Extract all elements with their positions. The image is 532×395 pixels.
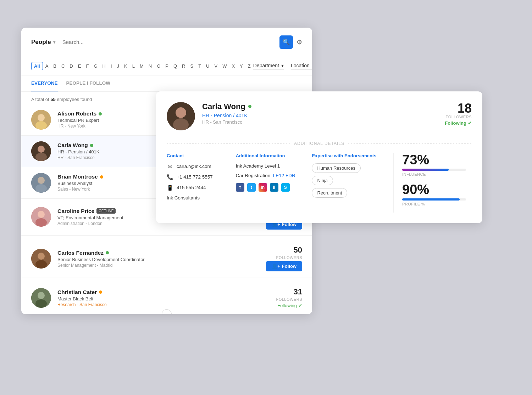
detail-followers-block: 18 FOLLOWERS Following ✔ xyxy=(445,102,472,126)
svg-point-5 xyxy=(35,153,47,161)
influence-bar xyxy=(402,169,466,171)
person-info-christian: Christian Cater Master Black Belt Resear… xyxy=(57,289,276,307)
additional-info-col: Additional Information Ink Academy Level… xyxy=(236,153,305,213)
instagram-icon[interactable]: in xyxy=(259,183,267,192)
search-input-wrap xyxy=(62,39,272,45)
alpha-btn-r[interactable]: R xyxy=(179,62,188,70)
people-dropdown[interactable]: People ▾ xyxy=(31,39,55,46)
alpha-btn-f[interactable]: F xyxy=(83,62,91,70)
email-icon: ✉ xyxy=(167,163,173,170)
department-label: Department xyxy=(253,63,279,68)
alpha-btn-x[interactable]: X xyxy=(229,62,237,70)
alphabet-filter-row: All A B C D E F G H I J K L M N O P Q R … xyxy=(21,57,312,75)
stats-col: 73% INFLUENCE 90% PROFILE % xyxy=(394,153,472,213)
location-filter[interactable]: Location ▾ xyxy=(291,63,312,69)
detail-following: Following ✔ xyxy=(445,120,472,126)
contact-phone: 📞 +1 415 772 5557 xyxy=(167,174,229,180)
tag-recruitment[interactable]: Recruitment xyxy=(312,188,347,198)
follow-button-carlos[interactable]: 👤+ Follow xyxy=(266,261,302,271)
detail-body: Contact ✉ carla.r@ink.com 📞 +1 415 772 5… xyxy=(167,153,472,213)
svg-point-19 xyxy=(176,107,186,118)
contact-col: Contact ✉ carla.r@ink.com 📞 +1 415 772 5… xyxy=(167,153,236,213)
svg-point-13 xyxy=(38,253,45,260)
avatar-brian xyxy=(31,173,51,193)
contact-company: Ink Consultants xyxy=(167,195,229,201)
profile-bar-fill xyxy=(402,198,460,201)
status-dot-green xyxy=(99,112,102,115)
alpha-btn-a[interactable]: A xyxy=(43,62,51,70)
following-text-christian: Following ✔ xyxy=(277,303,302,308)
alpha-btn-g[interactable]: G xyxy=(91,62,100,70)
search-bar-row: People ▾ 🔍 ⚙ xyxy=(21,28,312,57)
skype-icon[interactable]: S xyxy=(281,183,290,192)
alpha-btn-s[interactable]: S xyxy=(188,62,196,70)
svg-point-8 xyxy=(35,184,47,193)
info-academy: Ink Academy Level 1 xyxy=(236,163,298,169)
alpha-btn-q[interactable]: Q xyxy=(171,62,179,70)
alpha-btn-p[interactable]: P xyxy=(163,62,171,70)
svg-point-7 xyxy=(38,177,45,184)
tag-ninja[interactable]: Ninja xyxy=(312,176,333,185)
alpha-btn-l[interactable]: L xyxy=(130,62,137,70)
alpha-btn-z[interactable]: Z xyxy=(245,62,253,70)
status-dot-orange xyxy=(99,290,102,294)
contact-email: ✉ carla.r@ink.com xyxy=(167,163,229,170)
alpha-btn-v[interactable]: V xyxy=(212,62,220,70)
avatar-caroline xyxy=(31,207,51,227)
status-dot-green xyxy=(90,144,93,147)
offline-badge: OFFLINE xyxy=(96,208,116,214)
tab-everyone[interactable]: EVERYONE xyxy=(31,75,58,91)
alpha-btn-all[interactable]: All xyxy=(31,62,43,70)
facebook-icon[interactable]: f xyxy=(236,183,244,192)
filter-button[interactable]: ⚙ xyxy=(297,38,302,46)
alpha-btn-c[interactable]: C xyxy=(59,62,67,70)
detail-avatar xyxy=(167,102,195,130)
search-input[interactable] xyxy=(62,39,272,45)
alpha-btn-y[interactable]: Y xyxy=(237,62,245,70)
tag-human-resources[interactable]: Human Resources xyxy=(312,163,361,173)
twitter-icon[interactable]: t xyxy=(247,183,256,192)
tabs-row: EVERYONE PEOPLE I FOLLOW xyxy=(21,75,312,92)
expertise-col: Expertise with Endorsements Human Resour… xyxy=(305,153,394,213)
alpha-btn-i[interactable]: I xyxy=(108,62,115,70)
alpha-btn-k[interactable]: K xyxy=(122,62,130,70)
svg-point-2 xyxy=(35,121,47,130)
check-circle-icon: ✔ xyxy=(298,303,302,308)
status-dot-orange xyxy=(100,175,103,179)
alpha-btn-m[interactable]: M xyxy=(137,62,146,70)
search-button[interactable]: 🔍 xyxy=(279,35,293,49)
alpha-btn-j[interactable]: J xyxy=(115,62,122,70)
status-dot-green xyxy=(106,251,109,254)
svg-point-4 xyxy=(38,146,45,153)
avatar-carlos xyxy=(31,249,51,269)
influence-bar-fill xyxy=(402,169,449,171)
detail-header: Carla Wong HR - Pension / 401K HR - San … xyxy=(167,102,472,137)
info-car-reg: Car Registration: LE12 FDR xyxy=(236,173,298,178)
alpha-btn-e[interactable]: E xyxy=(76,62,84,70)
avatar-carla xyxy=(31,141,51,161)
person-followers-christian: 31 FOLLOWERS Following ✔ xyxy=(276,288,302,308)
department-filter[interactable]: Department ▾ xyxy=(253,63,284,69)
person-info-carlos: Carlos Fernandez Senior Business Develop… xyxy=(57,250,266,268)
alpha-btn-n[interactable]: N xyxy=(146,62,154,70)
location-chevron-icon: ▾ xyxy=(312,63,312,68)
person-item-carlos[interactable]: Carlos Fernandez Senior Business Develop… xyxy=(21,241,312,277)
alpha-btn-d[interactable]: D xyxy=(67,62,75,70)
alpha-btn-b[interactable]: B xyxy=(51,62,59,70)
tab-people-i-follow[interactable]: PEOPLE I FOLLOW xyxy=(66,75,111,91)
alpha-btn-o[interactable]: O xyxy=(154,62,163,70)
sliders-icon: ⚙ xyxy=(297,39,302,46)
svg-point-10 xyxy=(38,211,45,218)
linkedin-icon[interactable]: li xyxy=(270,183,278,192)
chevron-down-icon: ▾ xyxy=(53,40,55,45)
checkmark-icon: ✔ xyxy=(468,120,472,126)
svg-point-11 xyxy=(35,218,47,227)
alpha-btn-w[interactable]: W xyxy=(220,62,229,70)
additional-details-divider: ADDITIONAL DETAILS xyxy=(167,141,472,146)
alpha-btn-u[interactable]: U xyxy=(204,62,212,70)
person-followers-carlos: 50 FOLLOWERS 👤+ Follow xyxy=(266,246,302,271)
svg-point-17 xyxy=(35,299,47,308)
avatar-alison xyxy=(31,110,51,130)
alpha-btn-h[interactable]: H xyxy=(100,62,108,70)
alpha-btn-t[interactable]: T xyxy=(196,62,204,70)
